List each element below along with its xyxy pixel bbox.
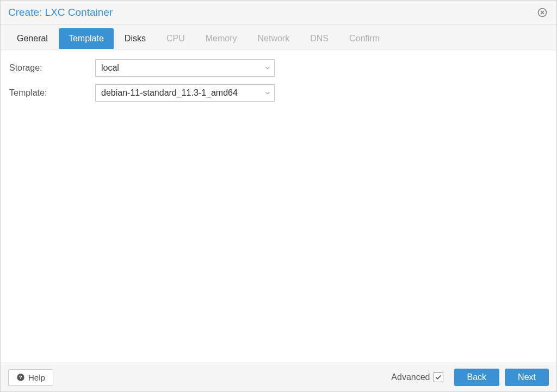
advanced-checkbox[interactable] [434, 372, 443, 382]
template-row: Template: [9, 84, 548, 102]
template-select-wrap[interactable] [95, 84, 275, 102]
help-label: Help [28, 373, 45, 382]
close-icon [537, 7, 548, 18]
storage-row: Storage: [9, 59, 548, 77]
tab-content: Storage: Template: [1, 49, 556, 363]
template-label: Template: [9, 88, 95, 98]
tab-dns: DNS [300, 28, 338, 49]
help-icon: ? [16, 373, 25, 382]
tab-confirm: Confirm [339, 28, 389, 49]
titlebar: Create: LXC Container [1, 1, 556, 25]
check-icon [435, 374, 442, 381]
storage-select-wrap[interactable] [95, 59, 275, 77]
storage-select[interactable] [95, 59, 275, 77]
create-lxc-dialog: Create: LXC Container General Template D… [0, 0, 557, 392]
advanced-label: Advanced [391, 372, 430, 382]
tab-network: Network [248, 28, 300, 49]
close-button[interactable] [536, 6, 549, 19]
footer-right: Advanced Back Next [391, 369, 549, 386]
dialog-footer: ? Help Advanced Back Next [1, 363, 556, 391]
tab-template[interactable]: Template [59, 28, 114, 49]
tab-disks[interactable]: Disks [115, 28, 156, 49]
next-button[interactable]: Next [505, 369, 549, 386]
back-button[interactable]: Back [454, 369, 500, 386]
svg-text:?: ? [19, 375, 22, 380]
storage-label: Storage: [9, 63, 95, 73]
tab-memory: Memory [196, 28, 247, 49]
advanced-group: Advanced [391, 372, 443, 382]
template-select[interactable] [95, 84, 275, 102]
tab-general[interactable]: General [7, 28, 58, 49]
tabs-bar: General Template Disks CPU Memory Networ… [1, 25, 556, 49]
footer-left: ? Help [8, 369, 53, 386]
help-button[interactable]: ? Help [8, 369, 53, 386]
tab-cpu: CPU [157, 28, 195, 49]
dialog-title: Create: LXC Container [8, 7, 113, 18]
